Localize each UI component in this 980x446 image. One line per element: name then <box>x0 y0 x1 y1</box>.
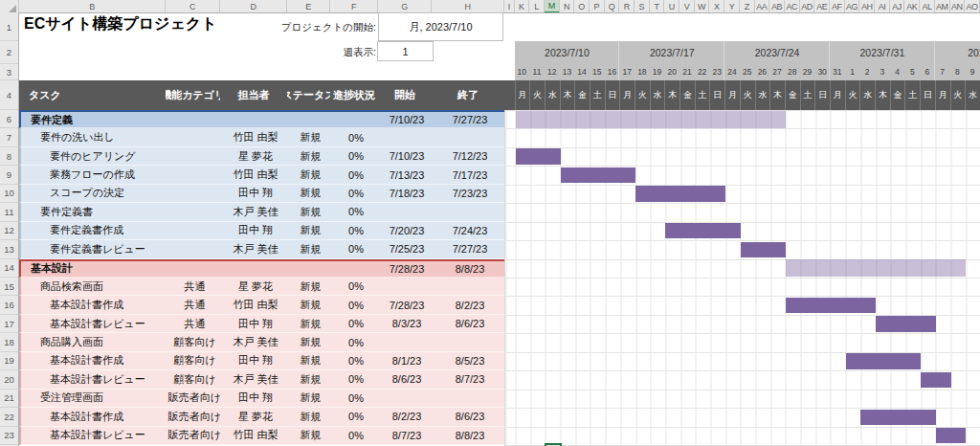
gantt-bar[interactable] <box>741 242 786 257</box>
weekday-cell[interactable]: 木 <box>769 80 785 110</box>
task-owner-cell[interactable]: 竹田 由梨 <box>222 427 289 444</box>
task-owner-cell[interactable]: 竹田 由梨 <box>222 296 289 313</box>
task-status-cell[interactable] <box>289 112 332 127</box>
weekday-cell[interactable]: 水 <box>650 80 665 110</box>
day-number-cell[interactable]: 28 <box>785 63 800 80</box>
column-header-D[interactable]: D <box>220 0 287 13</box>
day-number-cell[interactable]: 29 <box>800 63 815 80</box>
task-status-cell[interactable]: 新規 <box>289 147 332 165</box>
task-name-cell[interactable]: 基本設計書作成 <box>50 408 167 425</box>
task-progress-cell[interactable]: 0% <box>332 166 380 183</box>
column-header-AN[interactable]: AN <box>950 0 966 13</box>
column-header-AB[interactable]: AB <box>769 0 785 13</box>
week-header-label[interactable]: 2023/7/10 <box>515 41 620 63</box>
task-category-cell[interactable] <box>167 203 222 220</box>
column-header-C[interactable]: C <box>166 0 220 13</box>
task-status-cell[interactable]: 新規 <box>289 370 332 388</box>
task-end-cell[interactable]: 8/6/23 <box>434 315 504 332</box>
column-header-AK[interactable]: AK <box>904 0 920 13</box>
weekday-cell[interactable]: 木 <box>664 80 679 110</box>
task-progress-cell[interactable]: 0% <box>332 352 380 369</box>
day-number-cell[interactable]: 25 <box>740 63 755 80</box>
row-header-12[interactable]: 12 <box>0 222 18 240</box>
column-header-AM[interactable]: AM <box>935 0 950 13</box>
weekday-cell[interactable]: 土 <box>590 80 605 110</box>
task-progress-cell[interactable] <box>332 112 380 127</box>
column-header-F[interactable]: F <box>330 0 378 13</box>
task-progress-cell[interactable]: 0% <box>332 222 380 239</box>
weekday-cell[interactable]: 日 <box>814 80 830 110</box>
task-category-cell[interactable] <box>167 240 222 257</box>
gantt-bar[interactable] <box>921 372 950 388</box>
select-all-corner[interactable] <box>0 0 19 13</box>
task-owner-cell[interactable]: 木戸 美佳 <box>222 240 289 257</box>
row-header-8[interactable]: 8 <box>0 147 18 166</box>
column-header-O[interactable]: O <box>574 0 590 13</box>
weekday-cell[interactable]: 月 <box>724 80 740 110</box>
column-header-AH[interactable]: AH <box>859 0 875 13</box>
weekday-cell[interactable]: 火 <box>529 80 545 110</box>
task-category-cell[interactable] <box>167 261 222 277</box>
task-name-cell[interactable]: 基本設計書作成 <box>50 296 167 313</box>
task-name-cell[interactable]: 基本設計書レビュー <box>50 427 167 444</box>
column-header-AL[interactable]: AL <box>920 0 935 13</box>
task-start-cell[interactable] <box>380 333 434 350</box>
column-header-H[interactable]: H <box>432 0 504 13</box>
row-header-10[interactable]: 10 <box>0 185 18 203</box>
weekday-cell[interactable]: 木 <box>875 80 890 110</box>
week-header-label[interactable]: 2023/7/31 <box>830 41 935 63</box>
task-owner-cell[interactable]: 田中 翔 <box>222 185 289 202</box>
task-start-cell[interactable] <box>380 278 434 295</box>
row-header-1[interactable]: 1 <box>0 13 18 41</box>
task-category-cell[interactable]: 共通 <box>167 296 222 313</box>
column-header-R[interactable]: R <box>619 0 635 13</box>
task-owner-cell[interactable]: 竹田 由梨 <box>222 128 289 145</box>
task-start-cell[interactable]: 8/1/23 <box>380 352 434 369</box>
weekday-cell[interactable]: 月 <box>619 80 635 110</box>
task-start-cell[interactable]: 7/20/23 <box>380 222 434 239</box>
weekday-cell[interactable]: 日 <box>920 80 935 110</box>
day-number-cell[interactable]: 8 <box>950 63 966 80</box>
task-name-cell[interactable]: 基本設計書作成 <box>50 352 167 369</box>
column-header-AJ[interactable]: AJ <box>890 0 905 13</box>
task-end-cell[interactable] <box>434 128 504 145</box>
row-header-16[interactable]: 16 <box>0 296 18 314</box>
task-start-cell[interactable]: 7/18/23 <box>380 185 434 202</box>
task-status-cell[interactable] <box>289 261 332 277</box>
gantt-bar[interactable] <box>876 316 936 331</box>
gantt-bar[interactable] <box>665 223 740 238</box>
column-header-AD[interactable]: AD <box>800 0 815 13</box>
column-header-I[interactable]: I <box>504 0 515 13</box>
table-header-task[interactable]: タスク <box>29 80 185 110</box>
task-category-cell[interactable]: 販売者向け <box>167 390 222 407</box>
table-header-category[interactable]: 機能カテゴリ <box>166 80 220 110</box>
task-status-cell[interactable]: 新規 <box>289 185 332 202</box>
day-number-cell[interactable]: 2 <box>859 63 875 80</box>
column-header-X[interactable]: X <box>709 0 724 13</box>
column-header-E[interactable]: E <box>287 0 330 13</box>
task-name-cell[interactable]: 業務フローの作成 <box>50 166 167 183</box>
task-start-cell[interactable] <box>380 128 434 145</box>
task-owner-cell[interactable] <box>222 112 289 127</box>
gantt-bar[interactable] <box>561 167 635 183</box>
task-end-cell[interactable] <box>434 333 504 350</box>
column-header-AG[interactable]: AG <box>845 0 860 13</box>
row-header-23[interactable]: 23 <box>0 427 18 445</box>
task-owner-cell[interactable]: 木戸 美佳 <box>222 370 289 388</box>
column-header-M[interactable]: M <box>545 0 560 13</box>
task-category-cell[interactable]: 顧客向け <box>167 333 222 350</box>
task-end-cell[interactable] <box>434 203 504 220</box>
weekday-cell[interactable]: 水 <box>859 80 875 110</box>
day-number-cell[interactable]: 3 <box>875 63 890 80</box>
task-start-cell[interactable]: 8/7/23 <box>380 427 434 444</box>
task-category-cell[interactable]: 販売者向け <box>167 408 222 425</box>
column-header-Q[interactable]: Q <box>605 0 620 13</box>
task-end-cell[interactable] <box>434 278 504 295</box>
task-status-cell[interactable]: 新規 <box>289 166 332 183</box>
weekday-cell[interactable]: 土 <box>800 80 815 110</box>
row-header-15[interactable]: 15 <box>0 278 18 296</box>
task-owner-cell[interactable]: 木戸 美佳 <box>222 333 289 350</box>
task-start-cell[interactable] <box>380 390 434 407</box>
day-number-cell[interactable]: 4 <box>890 63 905 80</box>
day-number-cell[interactable]: 30 <box>814 63 830 80</box>
